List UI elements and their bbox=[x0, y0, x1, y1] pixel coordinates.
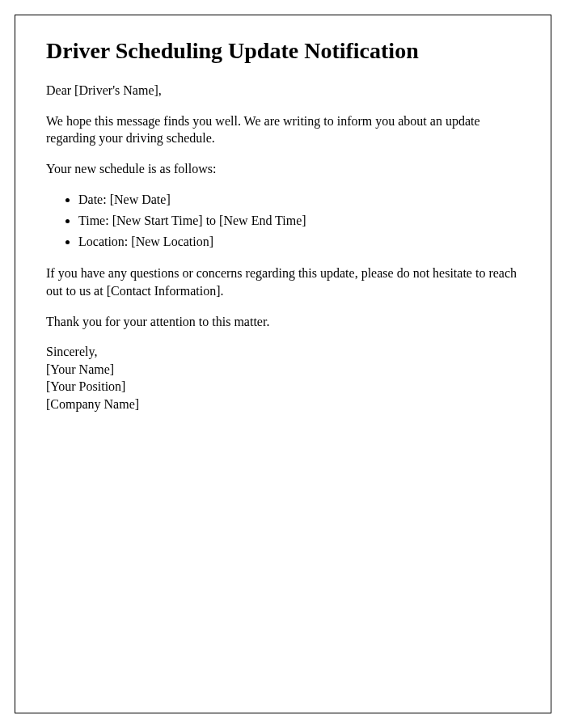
document-page: Driver Scheduling Update Notification De… bbox=[15, 15, 551, 713]
contact-note-text: If you have any questions or concerns re… bbox=[46, 265, 520, 299]
signoff-name: [Your Name] bbox=[46, 361, 520, 379]
thanks-text: Thank you for your attention to this mat… bbox=[46, 313, 520, 331]
schedule-list: Date: [New Date] Time: [New Start Time] … bbox=[78, 190, 520, 252]
signoff-position: [Your Position] bbox=[46, 378, 520, 396]
intro-paragraph: We hope this message finds you well. We … bbox=[46, 112, 520, 147]
greeting-text: Dear [Driver's Name], bbox=[46, 82, 520, 99]
schedule-location-item: Location: [New Location] bbox=[78, 232, 520, 252]
schedule-date-item: Date: [New Date] bbox=[78, 190, 520, 210]
page-title: Driver Scheduling Update Notification bbox=[46, 38, 520, 64]
signature-block: Sincerely, [Your Name] [Your Position] [… bbox=[46, 343, 520, 413]
schedule-intro-text: Your new schedule is as follows: bbox=[46, 160, 520, 178]
signoff-closing: Sincerely, bbox=[46, 343, 520, 361]
schedule-time-item: Time: [New Start Time] to [New End Time] bbox=[78, 211, 520, 231]
signoff-company: [Company Name] bbox=[46, 396, 520, 413]
